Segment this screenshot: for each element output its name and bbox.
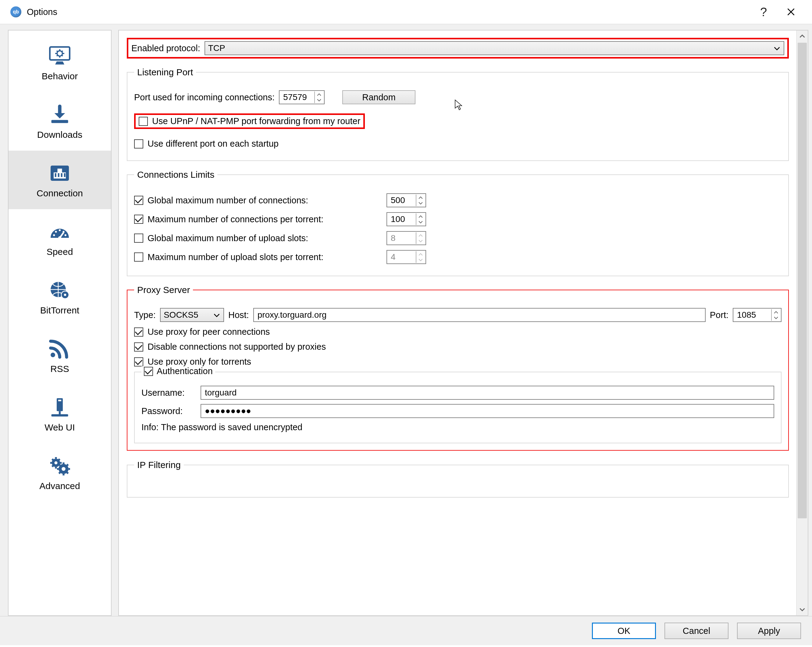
global-max-conn-spinner[interactable] xyxy=(386,193,426,207)
proxy-auth-group: Authentication Username: Password: xyxy=(134,372,781,443)
apply-button[interactable]: Apply xyxy=(737,623,801,639)
proxy-port-spinner[interactable] xyxy=(733,308,781,322)
proxy-disable-checkbox[interactable] xyxy=(134,343,143,352)
max-conn-per-torrent-spinner[interactable] xyxy=(386,212,426,226)
svg-rect-7 xyxy=(58,173,60,177)
chevron-up-icon[interactable] xyxy=(417,194,425,200)
proxy-server-legend: Proxy Server xyxy=(134,285,193,295)
sidebar-item-rss[interactable]: RSS xyxy=(9,326,111,385)
connection-settings: Enabled protocol: TCP Listening Port Por… xyxy=(119,31,796,615)
speedometer-icon xyxy=(47,220,72,244)
max-conn-per-torrent-checkbox[interactable] xyxy=(134,215,143,224)
svg-rect-22 xyxy=(52,415,68,417)
svg-point-14 xyxy=(65,234,66,236)
random-port-button[interactable]: Random xyxy=(342,90,415,104)
sidebar-item-bittorrent[interactable]: BitTorrent xyxy=(9,268,111,326)
chevron-down-icon[interactable] xyxy=(315,97,324,103)
gear-monitor-icon xyxy=(47,44,72,68)
port-input[interactable] xyxy=(282,92,313,102)
chevron-down-icon xyxy=(214,310,220,320)
port-label: Port used for incoming connections: xyxy=(134,92,275,102)
svg-point-12 xyxy=(59,229,61,231)
close-button[interactable] xyxy=(777,1,805,23)
svg-point-19 xyxy=(50,353,55,357)
max-upload-per-torrent-checkbox[interactable] xyxy=(134,252,143,262)
enabled-protocol-label: Enabled protocol: xyxy=(131,43,200,54)
diffport-checkbox[interactable] xyxy=(134,139,143,148)
proxy-host-input[interactable] xyxy=(253,308,706,322)
proxy-password-input[interactable] xyxy=(201,404,774,418)
upnp-checkbox[interactable] xyxy=(139,117,148,126)
scroll-thumb[interactable] xyxy=(798,43,807,519)
proxy-info-text: Info: The password is saved unencrypted xyxy=(142,422,302,432)
proxy-password-row: Password: xyxy=(142,404,774,418)
sidebar-item-label: Downloads xyxy=(37,130,82,140)
enabled-protocol-select[interactable]: TCP xyxy=(205,41,784,55)
chevron-up-icon[interactable] xyxy=(417,213,425,219)
globe-gear-icon xyxy=(47,278,72,302)
max-upload-per-torrent-row: Maximum number of upload slots per torre… xyxy=(134,250,781,264)
port-spinner[interactable] xyxy=(279,90,325,104)
svg-point-10 xyxy=(53,234,55,236)
chevron-down-icon[interactable] xyxy=(417,200,425,206)
upnp-label: Use UPnP / NAT-PMP port forwarding from … xyxy=(152,116,360,126)
proxy-peer-checkbox[interactable] xyxy=(134,327,143,337)
proxy-auth-label: Authentication xyxy=(157,366,213,376)
proxy-only-torrents-row: Use proxy only for torrents xyxy=(134,357,781,367)
sidebar-item-behavior[interactable]: Behavior xyxy=(9,34,111,92)
global-max-upload-checkbox[interactable] xyxy=(134,234,143,243)
listening-port-legend: Listening Port xyxy=(134,67,196,78)
content-pane: Enabled protocol: TCP Listening Port Por… xyxy=(118,30,808,616)
close-icon xyxy=(787,8,795,16)
chevron-down-icon xyxy=(417,257,425,263)
scroll-up-button[interactable] xyxy=(797,31,808,41)
ok-button[interactable]: OK xyxy=(592,623,656,639)
svg-point-26 xyxy=(61,467,66,471)
scroll-down-button[interactable] xyxy=(797,604,808,615)
svg-rect-2 xyxy=(52,120,68,123)
vertical-scrollbar[interactable] xyxy=(796,31,808,615)
sidebar-item-speed[interactable]: Speed xyxy=(9,209,111,268)
chevron-up-icon[interactable] xyxy=(772,309,780,315)
ip-filtering-legend: IP Filtering xyxy=(134,460,184,470)
proxy-username-row: Username: xyxy=(142,386,774,400)
proxy-disable-label: Disable connections not supported by pro… xyxy=(148,342,326,352)
chevron-down-icon[interactable] xyxy=(417,219,425,225)
sidebar-item-connection[interactable]: Connection xyxy=(9,151,111,209)
proxy-username-label: Username: xyxy=(142,388,196,398)
listening-port-group: Listening Port Port used for incoming co… xyxy=(127,67,789,161)
global-max-conn-row: Global maximum number of connections: xyxy=(134,193,781,207)
proxy-only-torrents-label: Use proxy only for torrents xyxy=(148,357,251,367)
chevron-up-icon[interactable] xyxy=(315,92,324,97)
svg-rect-8 xyxy=(61,173,63,177)
proxy-type-row: Type: SOCKS5 Host: Port: xyxy=(134,308,781,322)
sidebar-item-label: BitTorrent xyxy=(40,305,79,315)
ip-filtering-group: IP Filtering xyxy=(127,460,789,498)
sidebar-item-label: Connection xyxy=(37,188,83,199)
global-max-upload-spinner xyxy=(386,231,426,245)
sidebar-item-label: RSS xyxy=(50,364,69,374)
global-max-upload-label: Global maximum number of upload slots: xyxy=(148,233,382,243)
sidebar-item-webui[interactable]: Web UI xyxy=(9,385,111,443)
global-max-conn-label: Global maximum number of connections: xyxy=(148,196,382,205)
proxy-username-input[interactable] xyxy=(201,386,774,400)
proxy-server-group: Proxy Server Type: SOCKS5 Host: Port: xyxy=(127,285,789,451)
cancel-button[interactable]: Cancel xyxy=(664,623,728,639)
svg-rect-21 xyxy=(58,400,61,401)
sidebar-item-downloads[interactable]: Downloads xyxy=(9,92,111,151)
help-button[interactable]: ? xyxy=(750,1,777,23)
chevron-down-icon[interactable] xyxy=(772,315,780,321)
sidebar-item-advanced[interactable]: Advanced xyxy=(9,443,111,502)
sidebar-item-label: Advanced xyxy=(39,481,80,491)
proxy-type-label: Type: xyxy=(134,310,156,320)
max-conn-per-torrent-label: Maximum number of connections per torren… xyxy=(148,214,382,225)
proxy-type-select[interactable]: SOCKS5 xyxy=(160,308,224,322)
connections-limits-legend: Connections Limits xyxy=(134,170,217,180)
proxy-auth-checkbox[interactable] xyxy=(144,367,153,376)
svg-point-18 xyxy=(64,294,66,296)
port-row: Port used for incoming connections: Rand… xyxy=(134,90,781,104)
sidebar-item-label: Behavior xyxy=(42,71,78,81)
spinner-buttons[interactable] xyxy=(314,92,324,103)
proxy-only-torrents-checkbox[interactable] xyxy=(134,357,143,367)
global-max-conn-checkbox[interactable] xyxy=(134,196,143,205)
